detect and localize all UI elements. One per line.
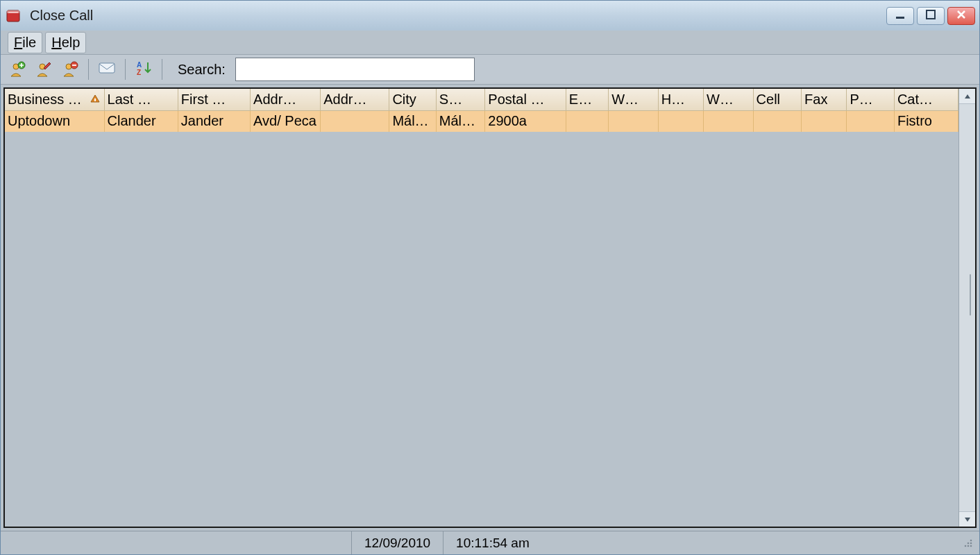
grid[interactable]: Business …Last …First …Addr…Addr…CityS…P… [5,89,958,527]
cell-city[interactable]: Málaga [389,111,436,132]
column-header-addr2[interactable]: Addr… [321,89,389,111]
column-header-email[interactable]: E… [566,89,608,111]
menu-help[interactable]: Help [45,32,86,53]
svg-point-15 [968,542,970,544]
toolbar-separator [88,59,89,80]
mail-icon [98,61,116,78]
scroll-thumb[interactable] [970,274,971,316]
close-icon [956,9,967,23]
title-bar: Close Call [0,0,980,31]
minimize-button[interactable] [886,7,914,25]
column-header-last[interactable]: Last … [104,89,178,111]
svg-point-17 [965,545,967,547]
cell-last[interactable]: Clander [104,111,178,132]
cell-category[interactable]: Fistro [894,111,958,132]
column-header-category[interactable]: Cat… [894,89,958,111]
svg-rect-2 [8,12,18,13]
column-header-addr1[interactable]: Addr… [251,89,321,111]
svg-rect-3 [896,17,904,19]
maximize-icon [925,9,936,23]
cell-addr1[interactable]: Avd/ Peca [251,111,321,132]
add-contact-button[interactable] [6,58,28,80]
edit-contact-button[interactable] [33,58,55,80]
status-date: 12/09/2010 [351,531,443,554]
search-label: Search: [178,62,226,78]
toolbar-separator [125,59,126,80]
status-time: 10:11:54 am [443,531,542,554]
window-controls [886,7,975,25]
svg-text:Z: Z [137,69,141,76]
column-header-cell[interactable]: Cell [753,89,801,111]
sort-button[interactable]: AZ [133,58,155,80]
cell-email[interactable] [566,111,608,132]
toolbar: AZ Search: [1,54,979,85]
column-header-fax[interactable]: Fax [802,89,847,111]
column-header-postal[interactable]: Postal … [485,89,566,111]
menu-file[interactable]: File [8,32,42,53]
column-header-city[interactable]: City [389,89,436,111]
column-header-home[interactable]: H… [658,89,703,111]
resize-grip-icon[interactable] [960,535,977,552]
cell-work[interactable] [609,111,659,132]
edit-contact-icon [35,61,52,78]
minimize-icon [895,9,906,23]
svg-text:A: A [137,61,142,69]
cell-home[interactable] [658,111,703,132]
column-header-pager[interactable]: P… [847,89,894,111]
scroll-down-button[interactable] [959,511,975,527]
delete-contact-button[interactable] [59,58,81,80]
svg-point-14 [970,539,972,541]
svg-rect-4 [927,10,935,19]
search-input[interactable] [235,58,475,81]
maximize-button[interactable] [917,7,945,25]
column-header-business[interactable]: Business … [5,89,104,111]
status-bar: 12/09/2010 10:11:54 am [1,531,979,554]
close-button[interactable] [947,7,975,25]
column-header-work[interactable]: W… [609,89,659,111]
cell-cell[interactable] [753,111,801,132]
sort-az-icon: AZ [135,60,152,79]
svg-point-16 [970,542,972,544]
column-header-web[interactable]: W… [704,89,754,111]
main-area: Business …Last …First …Addr…Addr…CityS…P… [3,87,977,528]
svg-point-19 [970,545,972,547]
column-header-first[interactable]: First … [178,89,250,111]
column-header-state[interactable]: S… [436,89,485,111]
svg-point-18 [968,545,970,547]
scroll-up-button[interactable] [959,89,975,104]
cell-pager[interactable] [847,111,894,132]
cell-web[interactable] [704,111,754,132]
menu-bar: File Help [1,31,979,54]
cell-postal[interactable]: 2900a [485,111,566,132]
svg-rect-13 [94,99,96,101]
app-icon [5,7,23,25]
sort-indicator-icon [89,93,101,109]
cell-first[interactable]: Jander [178,111,250,132]
window-frame: File Help AZ [0,31,980,555]
toolbar-separator [162,59,162,80]
svg-rect-10 [99,63,115,73]
add-contact-icon [9,61,26,78]
cell-fax[interactable] [802,111,847,132]
menu-help-label-rest: elp [62,35,81,50]
vertical-scrollbar[interactable] [958,89,975,527]
delete-contact-icon [62,61,78,78]
menu-file-label-rest: ile [22,35,36,50]
window-title: Close Call [30,8,93,24]
mail-button[interactable] [96,58,118,80]
cell-state[interactable]: Málaga [436,111,485,132]
cell-addr2[interactable] [321,111,389,132]
cell-business[interactable]: Uptodown [5,111,104,132]
table-row[interactable]: UptodownClanderJanderAvd/ PecaMálagaMála… [5,111,958,132]
